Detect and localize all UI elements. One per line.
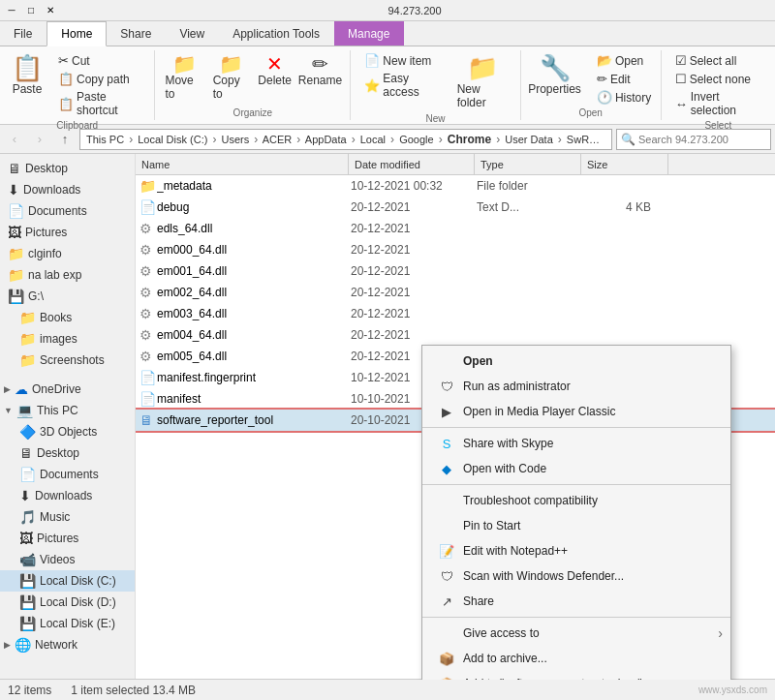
title-bar-controls[interactable]: ─ □ ✕ [4, 3, 58, 18]
table-row[interactable]: ⚙ edls_64.dll 20-12-2021 [136, 218, 775, 239]
cut-button[interactable]: ✂ Cut [54, 52, 144, 69]
sidebar-item-g[interactable]: 💾 G:\ [0, 286, 135, 307]
sidebar-item-localc[interactable]: 💾 Local Disk (C:) [0, 570, 135, 592]
ribbon: File Home Share View Application Tools M… [0, 21, 775, 125]
context-menu-item[interactable]: 📦Add to "software_reporter_tool.rar" [422, 671, 730, 680]
tab-share[interactable]: Share [107, 21, 166, 46]
sidebar-item-label: Local Disk (E:) [40, 617, 115, 630]
table-row[interactable]: ⚙ em004_64.dll 20-12-2021 [136, 324, 775, 346]
sidebar-item-documents[interactable]: 📄 Documents [0, 200, 135, 222]
table-row[interactable]: ⚙ em001_64.dll 20-12-2021 [136, 260, 775, 282]
sidebar-item-clginfo[interactable]: 📁 clginfo [0, 243, 135, 264]
context-menu-item[interactable]: Open [422, 349, 730, 374]
sidebar-item-pictures[interactable]: 🖼 Pictures [0, 222, 135, 243]
ctx-item-icon: 📦 [438, 675, 455, 680]
file-type-icon: ⚙ [140, 306, 157, 321]
context-menu-item[interactable]: 🛡Scan with Windows Defender... [422, 563, 730, 589]
context-menu-item[interactable]: ↗Share [422, 589, 730, 614]
tab-view[interactable]: View [166, 21, 219, 46]
context-menu-item[interactable]: 📦Add to archive... [422, 646, 730, 671]
sidebar-item-documents2[interactable]: 📄 Documents [0, 464, 135, 485]
sidebar-item-desktop2[interactable]: 🖥 Desktop [0, 442, 135, 464]
ctx-item-label: Troubleshoot compatibility [463, 494, 598, 507]
move-to-button[interactable]: 📁 Move to [161, 52, 206, 103]
select-none-button[interactable]: ☐ Select none [671, 71, 765, 87]
open-button[interactable]: 📂 Open [593, 52, 655, 69]
sidebar-item-pictures2[interactable]: 🖼 Pictures [0, 528, 135, 549]
ctx-item-icon [438, 492, 455, 509]
table-row[interactable]: ⚙ em003_64.dll 20-12-2021 [136, 303, 775, 324]
context-menu-item[interactable]: ◆Open with Code [422, 456, 730, 481]
file-name: software_reporter_tool [157, 413, 351, 427]
search-input[interactable] [638, 134, 766, 145]
sidebar-item-locald[interactable]: 💾 Local Disk (D:) [0, 592, 135, 613]
new-folder-button[interactable]: 📁 New folder [451, 52, 514, 111]
rename-icon: ✏ [312, 54, 328, 74]
forward-button[interactable]: › [29, 129, 50, 150]
sidebar-item-network[interactable]: ▶ 🌐 Network [0, 634, 135, 655]
context-menu-item[interactable]: 🛡Run as administrator [422, 374, 730, 399]
localc-icon: 💾 [19, 573, 36, 589]
sidebar-item-3dobjects[interactable]: 🔷 3D Objects [0, 421, 135, 442]
delete-button[interactable]: ✕ Delete [256, 52, 294, 89]
table-row[interactable]: ⚙ em000_64.dll 20-12-2021 [136, 239, 775, 260]
locale-icon: 💾 [19, 616, 36, 631]
sidebar-item-nalab[interactable]: 📁 na lab exp [0, 264, 135, 286]
sidebar-item-locale[interactable]: 💾 Local Disk (E:) [0, 613, 135, 634]
paste-shortcut-button[interactable]: 📋 Paste shortcut [54, 89, 144, 118]
paste-button[interactable]: 📋 Paste [6, 52, 48, 98]
context-menu-item[interactable]: SShare with Skype [422, 431, 730, 456]
sidebar-item-books[interactable]: 📁 Books [0, 307, 135, 328]
history-button[interactable]: 🕐 History [593, 89, 655, 106]
copy-to-button[interactable]: 📁 Copy to [209, 52, 254, 103]
context-menu-item[interactable]: 📝Edit with Notepad++ [422, 538, 730, 563]
ctx-item-icon: 🛡 [438, 567, 455, 585]
context-menu-item[interactable]: Give access to [422, 621, 730, 646]
table-row[interactable]: 📁 _metadata 10-12-2021 00:32 File folder [136, 175, 775, 197]
sidebar-item-desktop[interactable]: 🖥 Desktop [0, 158, 135, 179]
address-path[interactable]: This PC › Local Disk (C:) › Users › ACER… [79, 129, 612, 150]
sidebar-item-music[interactable]: 🎵 Music [0, 506, 135, 528]
edit-button[interactable]: ✏ Edit [593, 71, 655, 87]
tab-manage[interactable]: Manage [334, 21, 404, 46]
tab-home[interactable]: Home [46, 21, 107, 46]
sidebar-item-downloads2[interactable]: ⬇ Downloads [0, 485, 135, 506]
select-all-button[interactable]: ☑ Select all [671, 52, 765, 69]
minimize-icon[interactable]: ─ [4, 3, 19, 18]
properties-button[interactable]: 🔧 Properties [522, 52, 587, 98]
up-button[interactable]: ↑ [54, 129, 76, 150]
tab-application-tools[interactable]: Application Tools [219, 21, 334, 46]
back-button[interactable]: ‹ [4, 129, 25, 150]
col-date[interactable]: Date modified [349, 154, 475, 174]
table-row[interactable]: ⚙ em002_64.dll 20-12-2021 [136, 282, 775, 303]
sidebar-item-label: images [40, 332, 78, 346]
sidebar-item-images[interactable]: 📁 images [0, 328, 135, 350]
column-headers: Name Date modified Type Size [136, 154, 775, 175]
col-name[interactable]: Name [136, 154, 349, 174]
table-row[interactable]: 📄 debug 20-12-2021 Text D... 4 KB [136, 197, 775, 218]
easy-access-button[interactable]: ⭐ Easy access [360, 71, 445, 100]
context-menu-item[interactable]: ▶Open in Media Player Classic [422, 399, 730, 424]
sidebar-item-thispc[interactable]: ▼ 💻 This PC [0, 400, 135, 421]
search-box[interactable]: 🔍 [616, 129, 771, 150]
col-type[interactable]: Type [475, 154, 581, 174]
maximize-icon[interactable]: □ [23, 3, 39, 18]
new-item-button[interactable]: 📄 New item [360, 52, 445, 69]
file-type-icon: 📄 [140, 370, 157, 385]
rename-button[interactable]: ✏ Rename [296, 52, 345, 89]
invert-selection-button[interactable]: ↔ Invert selection [671, 89, 765, 118]
col-size[interactable]: Size [581, 154, 668, 174]
easy-access-icon: ⭐ [364, 78, 380, 93]
context-menu-item[interactable]: Pin to Start [422, 513, 730, 538]
sidebar-item-downloads[interactable]: ⬇ Downloads [0, 179, 135, 200]
sidebar-item-videos[interactable]: 📹 Videos [0, 549, 135, 570]
close-icon[interactable]: ✕ [43, 3, 58, 18]
copy-path-button[interactable]: 📋 Copy path [54, 71, 144, 87]
copy-path-icon: 📋 [58, 72, 74, 86]
sidebar-item-screenshots[interactable]: 📁 Screenshots [0, 350, 135, 371]
file-type-icon: ⚙ [140, 263, 157, 279]
context-menu-item[interactable]: Troubleshoot compatibility [422, 488, 730, 513]
3dobjects-icon: 🔷 [19, 424, 36, 440]
sidebar-item-onedrive[interactable]: ▶ ☁ OneDrive [0, 379, 135, 400]
tab-file[interactable]: File [0, 21, 46, 46]
